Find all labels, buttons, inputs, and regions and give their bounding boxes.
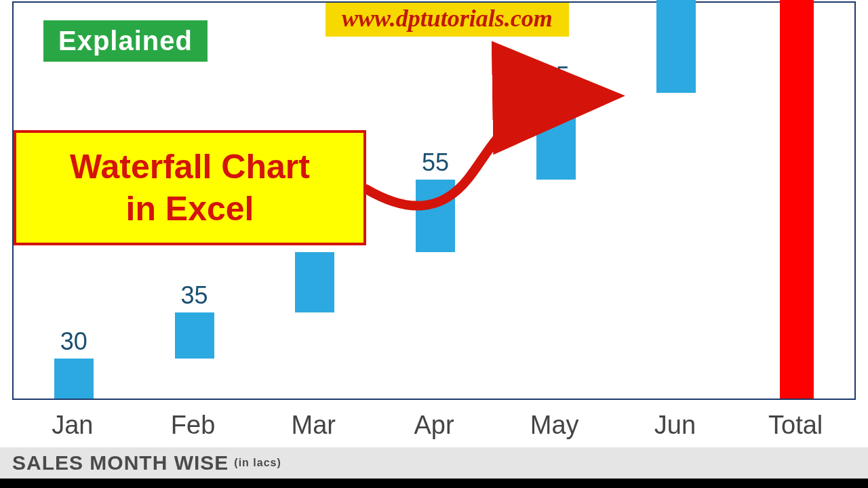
caption-strip: SALES MONTH WISE (in lacs) [0, 447, 868, 479]
caption-sub: (in lacs) [234, 457, 281, 469]
callout-line2: in Excel [125, 190, 254, 228]
letterbox-bottom [0, 479, 868, 488]
bar-feb: 35 [175, 312, 214, 359]
x-tick: Jan [12, 407, 133, 444]
bar-jan: 30 [54, 359, 94, 399]
url-banner: www.dptutorials.com [326, 3, 569, 37]
x-tick: Jun [615, 407, 736, 444]
bar-value-label: 65 [542, 62, 570, 90]
caption-main: SALES MONTH WISE [12, 451, 229, 474]
chart-plot-area: 303545556570300 Explained www.dptutorial… [12, 1, 856, 400]
bar-apr: 55 [416, 180, 455, 253]
x-tick: Mar [253, 407, 374, 444]
callout-line1: Waterfall Chart [70, 148, 310, 186]
x-tick: Feb [133, 407, 254, 444]
explained-badge: Explained [41, 18, 210, 64]
x-tick: Apr [374, 407, 494, 444]
bar-total: 300 [780, 0, 814, 399]
bar-jun: 70 [656, 0, 696, 93]
x-axis: JanFebMarAprMayJunTotal [12, 407, 856, 444]
stage: 303545556570300 Explained www.dptutorial… [0, 0, 868, 488]
bar-value-label: 55 [422, 148, 449, 177]
bar-value-label: 35 [181, 281, 208, 310]
x-tick: Total [735, 407, 856, 444]
x-tick: May [494, 407, 615, 444]
bar-mar: 45 [295, 252, 334, 312]
bar-may: 65 [536, 93, 576, 179]
bar-value-label: 30 [60, 327, 87, 356]
title-callout: Waterfall Chart in Excel [14, 130, 366, 245]
